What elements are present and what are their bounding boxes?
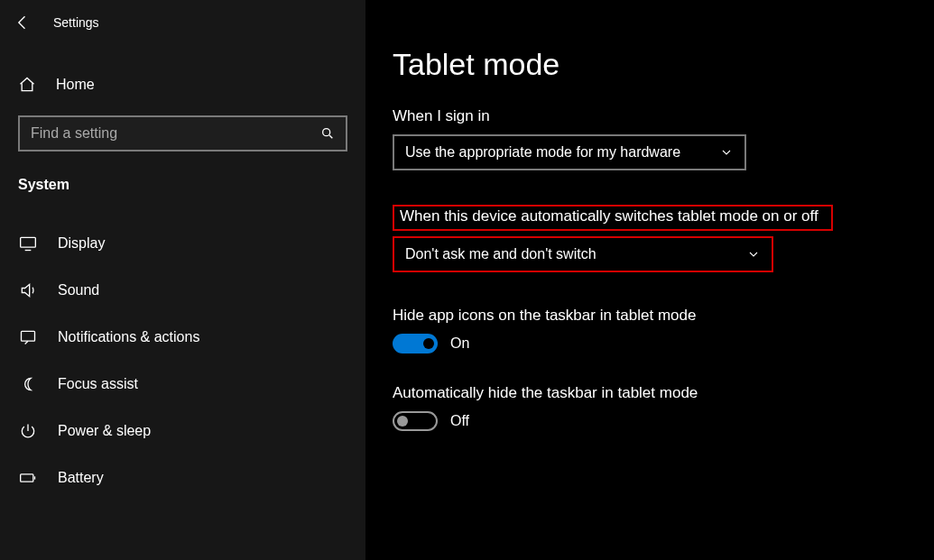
chevron-down-icon bbox=[746, 247, 761, 262]
hidetaskbar-row: Off bbox=[393, 411, 934, 431]
sidebar: Settings Home System Display Sound bbox=[0, 0, 365, 560]
svg-rect-1 bbox=[21, 237, 36, 247]
nav-display[interactable]: Display bbox=[0, 220, 365, 267]
sound-icon bbox=[18, 281, 38, 299]
power-icon bbox=[18, 422, 38, 440]
hideicons-toggle[interactable] bbox=[393, 334, 438, 353]
home-icon bbox=[18, 76, 36, 94]
content: Tablet mode When I sign in Use the appro… bbox=[365, 0, 934, 560]
autoswitch-label-highlight: When this device automatically switches … bbox=[393, 205, 833, 231]
signin-value: Use the appropriate mode for my hardware bbox=[405, 144, 680, 161]
nav-label: Battery bbox=[58, 470, 104, 486]
nav-label: Notifications & actions bbox=[58, 329, 199, 345]
signin-select[interactable]: Use the appropriate mode for my hardware bbox=[393, 134, 746, 170]
hidetaskbar-toggle[interactable] bbox=[393, 411, 438, 431]
nav-label: Power & sleep bbox=[58, 423, 151, 439]
app-title: Settings bbox=[53, 15, 99, 30]
hideicons-row: On bbox=[393, 334, 934, 353]
autoswitch-block: When this device automatically switches … bbox=[393, 205, 934, 272]
hidetaskbar-state: Off bbox=[450, 413, 469, 429]
nav-battery[interactable]: Battery bbox=[0, 454, 365, 501]
search-box[interactable] bbox=[18, 115, 347, 151]
svg-rect-3 bbox=[21, 474, 33, 482]
nav-focus[interactable]: Focus assist bbox=[0, 361, 365, 408]
battery-icon bbox=[18, 469, 38, 487]
search-wrap bbox=[0, 106, 365, 168]
search-icon bbox=[320, 126, 335, 141]
display-icon bbox=[18, 234, 38, 252]
autoswitch-label: When this device automatically switches … bbox=[400, 207, 818, 225]
nav-list: Display Sound Notifications & actions Fo… bbox=[0, 220, 365, 501]
nav-sound[interactable]: Sound bbox=[0, 267, 365, 314]
nav-label: Focus assist bbox=[58, 376, 138, 392]
focus-icon bbox=[18, 375, 38, 393]
autoswitch-select[interactable]: Don't ask me and don't switch bbox=[393, 236, 773, 272]
svg-point-0 bbox=[323, 129, 330, 136]
toggle-knob bbox=[423, 338, 434, 349]
nav-power[interactable]: Power & sleep bbox=[0, 408, 365, 454]
signin-label: When I sign in bbox=[393, 107, 934, 125]
nav-notifications[interactable]: Notifications & actions bbox=[0, 314, 365, 361]
chevron-down-icon bbox=[719, 145, 734, 160]
toggle-knob bbox=[397, 416, 408, 427]
category-header: System bbox=[0, 168, 365, 204]
autoswitch-value: Don't ask me and don't switch bbox=[405, 246, 596, 262]
nav-label: Display bbox=[58, 235, 105, 252]
home-label: Home bbox=[56, 77, 95, 93]
hidetaskbar-label: Automatically hide the taskbar in tablet… bbox=[393, 384, 934, 402]
back-icon[interactable] bbox=[14, 14, 32, 32]
page-title: Tablet mode bbox=[393, 47, 934, 82]
notifications-icon bbox=[18, 328, 38, 346]
hideicons-state: On bbox=[450, 335, 469, 352]
titlebar: Settings bbox=[0, 0, 365, 45]
nav-label: Sound bbox=[58, 282, 99, 298]
search-input[interactable] bbox=[31, 125, 320, 142]
hideicons-label: Hide app icons on the taskbar in tablet … bbox=[393, 307, 934, 325]
svg-rect-2 bbox=[22, 331, 35, 341]
sidebar-home[interactable]: Home bbox=[0, 63, 365, 106]
